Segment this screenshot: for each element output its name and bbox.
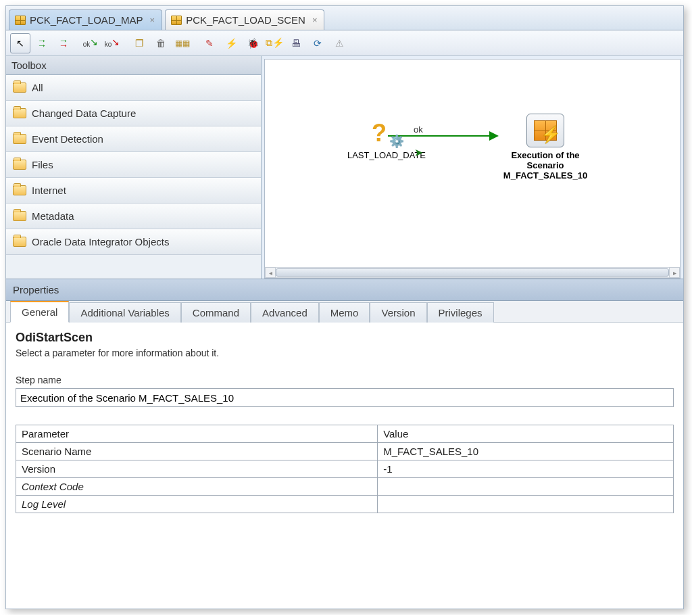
ptab-general[interactable]: General	[10, 301, 69, 323]
question-mark-icon: ?	[372, 119, 387, 147]
validate-button[interactable]: ⚠	[329, 33, 349, 53]
toolbox-cat-files[interactable]: Files	[6, 152, 261, 178]
editor-window: PCK_FACT_LOAD_MAP × PCK_FACT_LOAD_SCEN ×…	[5, 5, 684, 609]
ptab-command[interactable]: Command	[181, 302, 251, 323]
duplicate-button[interactable]: ❐	[129, 33, 149, 53]
folder-icon	[13, 82, 26, 93]
ko-link-tool[interactable]: ko↘	[102, 33, 122, 53]
refresh-button[interactable]: ⟳	[307, 33, 328, 53]
folder-icon	[13, 237, 26, 247]
pointer-tool[interactable]: ↖	[10, 33, 30, 53]
node-label: LAST_LOAD_DATE	[332, 150, 441, 160]
param-cell: Log Level	[16, 496, 378, 513]
value-cell[interactable]	[378, 478, 674, 496]
toolbox-cat-label: All	[32, 82, 43, 93]
toolbox-cat-label: Metadata	[32, 210, 74, 222]
ptab-label: General	[22, 306, 57, 318]
param-cell: Context Code	[16, 478, 378, 496]
scenario-icon: ⚡	[526, 114, 564, 147]
layout-icon: ▦▦	[175, 39, 190, 48]
table-row[interactable]: Context Code	[16, 478, 674, 496]
toolbox-cat-event[interactable]: Event Detection	[6, 126, 261, 152]
toolbox-cat-odi[interactable]: Oracle Data Integrator Objects	[6, 229, 261, 255]
node-label-line: Scenario	[488, 160, 603, 170]
editor-tabbar: PCK_FACT_LOAD_MAP × PCK_FACT_LOAD_SCEN ×	[6, 6, 683, 30]
ptab-version[interactable]: Version	[370, 302, 426, 323]
ptab-memo[interactable]: Memo	[319, 302, 370, 323]
properties-header: Properties	[6, 279, 683, 301]
tool-help: Select a parameter for more information …	[16, 348, 674, 358]
toolbox-cat-label: Oracle Data Integrator Objects	[32, 236, 169, 247]
scroll-left-icon[interactable]: ◂	[265, 267, 276, 278]
tab-pck-fact-load-scen[interactable]: PCK_FACT_LOAD_SCEN ×	[165, 9, 324, 30]
folder-icon	[13, 211, 26, 221]
editor-body: Toolbox All Changed Data Capture Event D…	[6, 56, 683, 279]
properties-body: OdiStartScen Select a parameter for more…	[6, 323, 683, 609]
debug-button[interactable]: 🐞	[243, 33, 263, 53]
package-icon	[171, 16, 182, 25]
canvas-scrollbar[interactable]: ◂ ▸	[265, 267, 680, 278]
print-button[interactable]: 🖶	[286, 33, 306, 53]
close-icon[interactable]: ×	[147, 15, 155, 25]
ptab-privileges[interactable]: Privileges	[427, 302, 494, 323]
cursor-icon: ↖	[16, 38, 24, 49]
lightning-icon: ⚡	[226, 38, 237, 49]
table-row[interactable]: Version -1	[16, 460, 674, 478]
toolbox-cat-label: Changed Data Capture	[32, 108, 136, 119]
folder-icon	[13, 160, 26, 170]
ptab-additional-variables[interactable]: Additional Variables	[69, 302, 180, 323]
ok-flow-tool[interactable]: →→	[32, 33, 52, 53]
node-scenario-execution[interactable]: ⚡ Execution of the Scenario M_FACT_SALES…	[488, 114, 603, 181]
run-button[interactable]: ⚡	[221, 33, 241, 53]
ptab-label: Memo	[330, 307, 359, 318]
toolbox-cat-cdc[interactable]: Changed Data Capture	[6, 101, 261, 126]
ko-flow-tool[interactable]: →→	[53, 33, 74, 53]
node-variable-last-load-date[interactable]: ? ⚙️ ➤ LAST_LOAD_DATE	[332, 120, 441, 160]
run-scenario-button[interactable]: ⧉⚡	[264, 33, 285, 53]
param-cell: Scenario Name	[16, 443, 378, 460]
toolbox-cat-metadata[interactable]: Metadata	[6, 204, 261, 229]
diagram-canvas[interactable]: ok ? ⚙️ ➤ LAST_LOAD_DATE ⚡ Execution of …	[264, 59, 681, 279]
scenario-run-icon: ⧉⚡	[266, 37, 284, 49]
step-name-input[interactable]	[16, 388, 674, 407]
tab-label: PCK_FACT_LOAD_MAP	[30, 14, 143, 26]
layout-button[interactable]: ▦▦	[172, 33, 193, 53]
col-header-value: Value	[378, 425, 674, 443]
ok-link-tool[interactable]: ok↘	[80, 33, 101, 53]
ptab-label: Version	[381, 307, 415, 318]
delete-button[interactable]: 🗑	[151, 33, 171, 53]
tab-label: PCK_FACT_LOAD_SCEN	[186, 14, 305, 26]
ptab-label: Additional Variables	[80, 307, 169, 318]
arrows-ko-icon: →→	[59, 39, 68, 48]
ptab-label: Advanced	[262, 307, 307, 318]
folder-icon	[13, 108, 26, 118]
step-name-label: Step name	[16, 375, 674, 385]
tool-name: OdiStartScen	[16, 331, 674, 345]
pencil-icon: ✎	[205, 38, 214, 49]
param-cell: Version	[16, 460, 378, 478]
bug-icon: 🐞	[247, 38, 259, 49]
table-row[interactable]: Scenario Name M_FACT_SALES_10	[16, 443, 674, 460]
arrows-ok-icon: →→	[37, 39, 47, 48]
edit-button[interactable]: ✎	[199, 33, 220, 53]
warning-icon: ⚠	[335, 38, 344, 49]
value-cell[interactable]: -1	[378, 460, 674, 478]
col-header-parameter: Parameter	[16, 425, 378, 443]
scroll-thumb[interactable]	[276, 268, 669, 277]
table-row[interactable]: Log Level	[16, 496, 674, 513]
scroll-track[interactable]	[276, 267, 669, 278]
toolbox-cat-internet[interactable]: Internet	[6, 178, 261, 204]
toolbox-cat-label: Files	[32, 159, 53, 170]
ptab-advanced[interactable]: Advanced	[251, 302, 319, 323]
tab-pck-fact-load-map[interactable]: PCK_FACT_LOAD_MAP ×	[9, 9, 162, 30]
value-cell[interactable]: M_FACT_SALES_10	[378, 443, 674, 460]
close-icon[interactable]: ×	[310, 15, 318, 25]
ptab-label: Privileges	[439, 307, 483, 318]
toolbox-cat-label: Event Detection	[32, 133, 103, 145]
toolbox-panel: Toolbox All Changed Data Capture Event D…	[6, 56, 262, 279]
value-cell[interactable]	[378, 496, 674, 513]
scroll-right-icon[interactable]: ▸	[669, 267, 680, 278]
folder-icon	[13, 185, 26, 195]
toolbox-cat-all[interactable]: All	[6, 75, 261, 101]
duplicate-icon: ❐	[135, 38, 144, 49]
